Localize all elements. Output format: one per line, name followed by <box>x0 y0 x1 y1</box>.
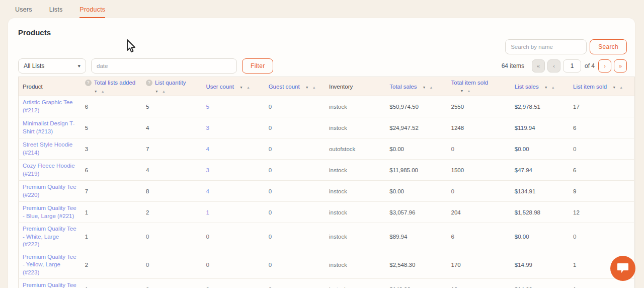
product-link[interactable]: Minimalist Design T-Shirt (#213) <box>23 120 77 135</box>
sort-asc-icon[interactable]: ▲ <box>247 86 250 89</box>
cell-total-lists-added: 1 <box>81 223 142 251</box>
cell-guest-count: 0 <box>265 279 325 288</box>
chevron-down-icon: ▾ <box>77 63 80 68</box>
cell-total-item-sold: 1500 <box>447 160 511 181</box>
sort-asc-icon[interactable]: ▲ <box>619 86 623 89</box>
cell-list-sales: $0.00 <box>511 138 569 160</box>
sort-asc-icon[interactable]: ▲ <box>551 86 555 89</box>
chat-launcher-button[interactable] <box>610 256 635 281</box>
page-number-input[interactable] <box>563 59 581 73</box>
column-label-list-quantity[interactable]: List quantity <box>155 80 186 86</box>
filter-button[interactable]: Filter <box>242 58 273 74</box>
cell-list-item-sold: 6 <box>569 117 634 138</box>
column-label-inventory: Inventory <box>329 84 353 90</box>
tab-lists[interactable]: Lists <box>49 6 63 18</box>
cell-inventory: outofstock <box>325 138 385 160</box>
cell-total-lists-added: 3 <box>81 138 142 160</box>
column-header-list-sales: List sales▼▲ <box>511 77 569 96</box>
sort-asc-icon[interactable]: ▲ <box>101 90 105 93</box>
table-row: Minimalist Design T-Shirt (#213)5430inst… <box>19 117 635 138</box>
user-count-link[interactable]: 3 <box>206 167 209 173</box>
sort-asc-icon[interactable]: ▲ <box>430 86 433 89</box>
cell-total-lists-added: 1 <box>81 279 142 288</box>
cell-list-sales: $0.00 <box>511 223 569 251</box>
cell-product: Minimalist Design T-Shirt (#213) <box>19 117 81 138</box>
column-label-guest-count[interactable]: Guest count <box>269 84 300 90</box>
cell-user-count: 0 <box>202 251 264 279</box>
next-page-button[interactable]: › <box>598 59 611 73</box>
cell-total-lists-added: 5 <box>81 117 142 138</box>
table-row: Premium Quality Tee - White, Large (#222… <box>19 223 635 251</box>
column-label-list-item-sold[interactable]: List item sold <box>573 84 607 90</box>
cell-total-sales: $0.00 <box>385 138 447 160</box>
tab-products[interactable]: Products <box>79 6 105 18</box>
tab-users[interactable]: Users <box>15 6 32 18</box>
user-count-link[interactable]: 1 <box>206 209 209 215</box>
cell-inventory: instock <box>325 160 385 181</box>
sort-asc-icon[interactable]: ▲ <box>162 90 166 93</box>
sort-asc-icon[interactable]: ▲ <box>312 86 316 89</box>
last-page-button[interactable]: » <box>614 59 627 73</box>
product-link[interactable]: Cozy Fleece Hoodie (#219) <box>23 162 77 178</box>
column-label-total-item-sold[interactable]: Total item sold <box>451 80 489 86</box>
search-input[interactable] <box>505 39 587 54</box>
first-page-button[interactable]: « <box>532 59 545 73</box>
sort-desc-icon[interactable]: ▼ <box>612 86 616 89</box>
cell-product: Premium Quality Tee - Yellow, Large (#22… <box>19 251 81 279</box>
page-total-label: of 4 <box>585 62 595 69</box>
help-icon: ? <box>85 80 92 86</box>
product-link[interactable]: Premium Quality Tee - White, Large (#222… <box>23 225 77 249</box>
column-label-list-sales[interactable]: List sales <box>515 84 539 90</box>
sort-desc-icon[interactable]: ▼ <box>423 86 426 89</box>
product-link[interactable]: Premium Quality Tee - Blue, Medium <box>23 281 77 288</box>
sort-asc-icon[interactable]: ▲ <box>467 89 470 93</box>
cell-list-sales: $134.91 <box>511 181 569 202</box>
column-label-product: Product <box>23 84 43 90</box>
user-count-link[interactable]: 4 <box>206 188 209 194</box>
cell-total-sales: $149.90 <box>385 279 447 288</box>
cell-user-count: 3 <box>202 117 264 138</box>
column-label-total-sales[interactable]: Total sales <box>389 84 417 90</box>
cell-product: Artistic Graphic Tee (#212) <box>19 96 81 117</box>
cell-total-sales: $89.94 <box>385 223 447 251</box>
sort-desc-icon[interactable]: ▼ <box>155 90 158 93</box>
product-link[interactable]: Street Style Hoodie (#214) <box>23 141 77 157</box>
user-count-link[interactable]: 5 <box>206 104 209 110</box>
prev-page-button[interactable]: ‹ <box>547 59 560 73</box>
cell-list-sales: $2,978.51 <box>511 96 569 117</box>
cell-total-item-sold: 170 <box>447 251 511 279</box>
cell-guest-count: 0 <box>265 160 325 181</box>
search-button[interactable]: Search <box>590 39 627 54</box>
column-label-user-count[interactable]: User count <box>206 84 234 90</box>
cell-user-count: 0 <box>202 223 264 251</box>
column-header-list-item-sold: List item sold▼▲ <box>569 77 634 96</box>
cell-guest-count: 0 <box>265 96 325 117</box>
cell-product: Premium Quality Tee - White, Large (#222… <box>19 223 81 251</box>
product-link[interactable]: Premium Quality Tee - Yellow, Large (#22… <box>23 253 77 277</box>
cell-list-quantity: 8 <box>142 181 202 202</box>
sort-desc-icon[interactable]: ▼ <box>460 89 464 93</box>
table-row: Artistic Graphic Tee (#212)6550instock$5… <box>19 96 635 117</box>
cell-inventory: instock <box>325 223 385 251</box>
product-link[interactable]: Premium Quality Tee (#220) <box>23 183 77 199</box>
sort-desc-icon[interactable]: ▼ <box>239 86 243 89</box>
cell-inventory: instock <box>325 117 385 138</box>
product-link[interactable]: Premium Quality Tee - Blue, Large (#221) <box>23 204 77 220</box>
user-count-link[interactable]: 3 <box>206 125 209 131</box>
column-header-inventory: Inventory <box>325 77 385 96</box>
sort-desc-icon[interactable]: ▼ <box>544 86 548 89</box>
cell-list-sales: $119.94 <box>511 117 569 138</box>
items-count: 64 items <box>502 62 524 69</box>
product-link[interactable]: Artistic Graphic Tee (#212) <box>23 99 77 114</box>
sort-desc-icon[interactable]: ▼ <box>94 90 98 93</box>
cell-total-sales: $2,548.30 <box>385 251 447 279</box>
list-filter-select[interactable]: All Lists ▾ <box>18 58 86 74</box>
column-label-total-lists-added[interactable]: Total lists added <box>94 80 135 86</box>
date-input[interactable] <box>91 58 237 74</box>
cell-list-sales: $14.99 <box>511 251 569 279</box>
user-count-link[interactable]: 4 <box>206 146 209 152</box>
cell-total-lists-added: 6 <box>81 96 142 117</box>
sort-desc-icon[interactable]: ▼ <box>305 86 309 89</box>
search-bar: Search <box>505 39 627 54</box>
table-row: Cozy Fleece Hoodie (#219)6430instock$11,… <box>19 160 635 181</box>
